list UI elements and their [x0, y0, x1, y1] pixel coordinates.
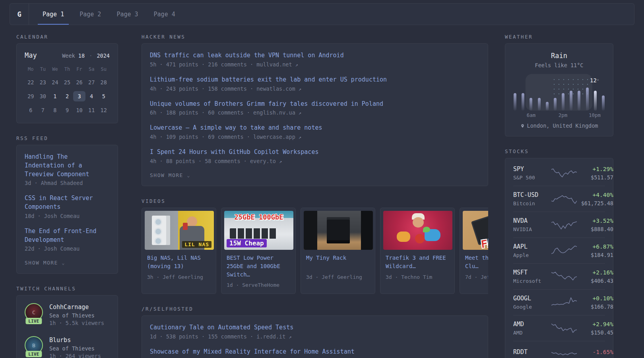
thumb-art [413, 217, 424, 228]
calendar-day: 28 [97, 77, 110, 88]
temperature-bar [594, 91, 597, 111]
hn-item-title[interactable]: DNS traffic can leak outside the VPN tun… [150, 52, 344, 59]
stock-values: +3.52% $888.40 [577, 218, 613, 232]
video-card: 25GbE 100GbE 15W Cheap BEST Low Power 25… [221, 208, 296, 294]
video-thumbnail[interactable]: LIL NAS [145, 211, 214, 250]
hn-domain-link[interactable]: newatlas.com [256, 86, 295, 92]
tab-page-2[interactable]: Page 2 [75, 4, 106, 25]
stock-name: AMD [513, 330, 551, 336]
videos-header: VIDEOS [142, 198, 488, 204]
thumb-art [304, 211, 317, 250]
live-badge: LIVE [25, 318, 42, 324]
stock-id: BTC-USD Bitcoin [513, 191, 551, 206]
location-pin-icon [520, 124, 525, 128]
channel-game: Sea of Thieves [49, 345, 101, 352]
weekday-label: We [49, 66, 61, 74]
rss-item-title[interactable]: Handling The Indentation of a Treeview C… [25, 153, 89, 178]
hn-domain-link[interactable]: mullvad.net [256, 61, 292, 68]
weekday-label: Tu [37, 66, 49, 74]
hn-show-more-button[interactable]: SHOW MORE ⌄ [150, 172, 480, 178]
calendar-day: 4 [85, 91, 98, 101]
stock-row-rddt[interactable]: RDDT -1.65% [513, 341, 605, 358]
external-link-icon: ↗ [295, 62, 298, 68]
calendar-month: May [25, 51, 37, 59]
video-thumbnail[interactable] [304, 211, 373, 250]
stock-name: Bitcoin [513, 200, 551, 206]
stocks-section: STOCKS SPY S&P 500 +1.29% $511.57 [505, 148, 613, 358]
stock-row-aapl[interactable]: AAPL Apple +6.87% $184.91 [513, 237, 605, 263]
hn-item: Lowercase – A simple way to take and sha… [150, 124, 480, 140]
hn-item-title[interactable]: I Spent 24 Hours with GitHub Copilot Wor… [150, 148, 318, 156]
video-title[interactable]: Traefik 3 and FREE Wildcard… [386, 254, 449, 271]
rss-item-title[interactable]: CSS in React Server Components [25, 195, 93, 210]
reddit-item-title[interactable]: Showcase of my Mixed Reality Interface f… [150, 348, 355, 355]
video-meta: 7d · Jeff Geerling [465, 274, 488, 280]
video-thumbnail[interactable] [383, 211, 452, 250]
stock-row-googl[interactable]: GOOGL Google +0.10% $166.78 [513, 289, 605, 315]
stock-row-msft[interactable]: MSFT Microsoft +2.16% $406.43 [513, 263, 605, 289]
stock-row-nvda[interactable]: NVDA NVIDIA +3.52% $888.40 [513, 212, 605, 237]
tab-page-1[interactable]: Page 1 [38, 4, 69, 25]
stock-price: $406.43 [577, 278, 613, 284]
stock-row-amd[interactable]: AMD AMD +2.94% $150.45 [513, 315, 605, 341]
hn-item-title[interactable]: Lithium-free sodium batteries exit the l… [150, 76, 387, 83]
twitch-channel-row[interactable]: C LIVE CohhCarnage Sea of Thieves 1h · 5… [25, 303, 110, 326]
stock-name: NVIDIA [513, 226, 551, 232]
stock-price: $511.57 [577, 174, 613, 181]
hackernews-header: HACKER NEWS [142, 34, 488, 40]
twitch-channel-row[interactable]: B LIVE Blurbs Sea of Thieves 1h · 264 vi… [25, 336, 110, 358]
videos-section: VIDEOS LIL NAS Big NAS [142, 198, 488, 294]
channel-name[interactable]: Blurbs [49, 337, 101, 344]
rss-show-more-button[interactable]: SHOW MORE ⌄ [25, 260, 110, 266]
twitch-card: C LIVE CohhCarnage Sea of Thieves 1h · 5… [16, 295, 118, 358]
stock-row-btc[interactable]: BTC-USD Bitcoin +4.40% $61,725.48 [513, 186, 605, 212]
hn-domain-link[interactable]: english.nv.ua [253, 109, 295, 116]
calendar-week-label: Week 18 · 2024 [62, 53, 110, 59]
stock-change: +6.87% [577, 243, 613, 250]
rss-item-meta: 3d · Ahmad Shadeed [25, 180, 110, 186]
video-title[interactable]: My Tiny Rack [306, 254, 370, 271]
tab-page-3[interactable]: Page 3 [112, 4, 143, 25]
hn-item-title[interactable]: Unique volumes of Brothers Grimm fairy t… [150, 100, 383, 107]
video-title[interactable]: Big NAS, Lil NAS (moving 13) [147, 254, 211, 271]
channel-name[interactable]: CohhCarnage [49, 304, 104, 311]
rss-item-title[interactable]: The End of Front-End Development [25, 228, 97, 243]
hn-domain-link[interactable]: lowercase.app [253, 134, 295, 140]
twitch-section: TWITCH CHANNELS C LIVE CohhCarnage Sea o… [16, 286, 118, 358]
weather-hourly-chart: 12° 6am 2pm 10pm [514, 74, 605, 116]
video-thumbnail[interactable]: 25GbE 100GbE 15W Cheap [224, 211, 293, 250]
temperature-bar [546, 102, 549, 111]
hn-meta-text: 4h · 88 points · 58 comments · [150, 158, 250, 164]
rss-item: CSS in React Server Components 18d · Jos… [25, 194, 110, 219]
video-thumbnail[interactable]: FAS [463, 211, 488, 250]
calendar-day: 25 [61, 77, 74, 88]
hn-domain-link[interactable]: every.to [250, 158, 276, 164]
hn-item-meta: 5h · 471 points · 216 comments · mullvad… [150, 61, 480, 68]
hn-item-meta: 4h · 88 points · 58 comments · every.to … [150, 158, 480, 164]
reddit-item: Cautionary Tale on Automated Speed Tests… [150, 323, 480, 340]
calendar-day: 10 [73, 105, 85, 115]
time-label: 10pm [589, 112, 601, 118]
rss-item: Handling The Indentation of a Treeview C… [25, 153, 110, 186]
twitch-avatar-wrap: C LIVE [25, 303, 43, 321]
twitch-channel-info: Blurbs Sea of Thieves 1h · 264 viewers [49, 336, 101, 358]
video-title[interactable]: Meet the Linux Clu… [465, 254, 488, 271]
reddit-item-meta: 1d · 538 points · 155 comments · i.redd.… [150, 333, 480, 340]
rss-header: RSS FEED [16, 135, 118, 141]
stock-row-spy[interactable]: SPY S&P 500 +1.29% $511.57 [513, 160, 605, 186]
tab-page-4[interactable]: Page 4 [149, 4, 180, 25]
reddit-item-title[interactable]: Cautionary Tale on Automated Speed Tests [150, 324, 293, 331]
stock-sparkline [551, 322, 577, 335]
hn-item-title[interactable]: Lowercase – A simple way to take and sha… [150, 124, 322, 131]
video-title[interactable]: BEST Low Power 25GbE and 100GbE Switch… [227, 254, 290, 279]
app-logo[interactable]: G [10, 4, 29, 25]
thumb-art [327, 217, 350, 243]
reddit-domain-link[interactable]: i.redd.it [256, 333, 285, 340]
stock-sparkline [551, 346, 577, 358]
calendar-day: 8 [49, 105, 61, 115]
show-more-label: SHOW MORE [25, 260, 58, 266]
thumb-art [154, 218, 162, 226]
stock-symbol: RDDT [513, 348, 551, 356]
weather-header: WEATHER [505, 34, 613, 40]
video-meta: 3h · Jeff Geerling [147, 274, 211, 280]
